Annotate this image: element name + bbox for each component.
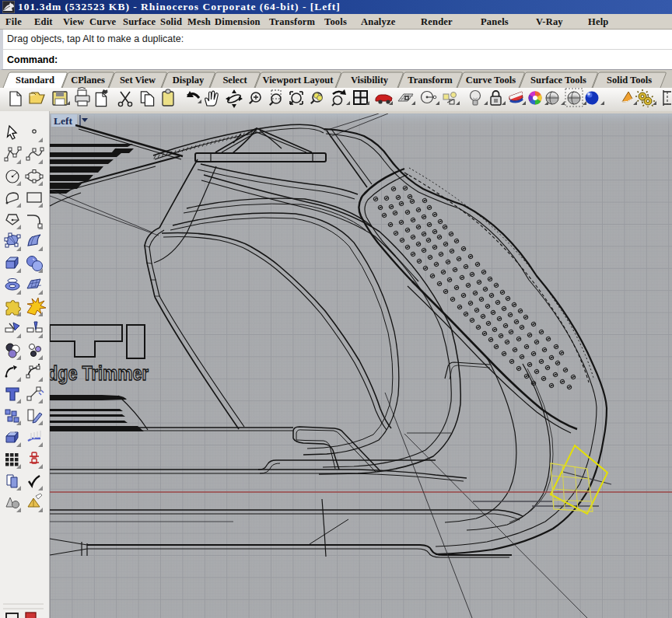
svg-text:Standard: Standard [16,75,54,86]
svg-text:Solid Tools: Solid Tools [607,75,652,86]
svg-text:Viewport Layout: Viewport Layout [263,75,334,86]
svg-text:Surface Tools: Surface Tools [530,75,586,86]
svg-text:Curve Tools: Curve Tools [466,75,516,86]
svg-text:Left: Left [54,115,72,127]
svg-text:Display: Display [173,75,205,86]
svg-text:Transform: Transform [408,75,453,86]
svg-text:CPlanes: CPlanes [71,75,105,86]
svg-text:Select: Select [222,75,247,86]
svg-text:dge Trimmer: dge Trimmer [50,362,149,384]
svg-text:Visibility: Visibility [351,75,389,86]
svg-text:Set View: Set View [120,75,156,86]
